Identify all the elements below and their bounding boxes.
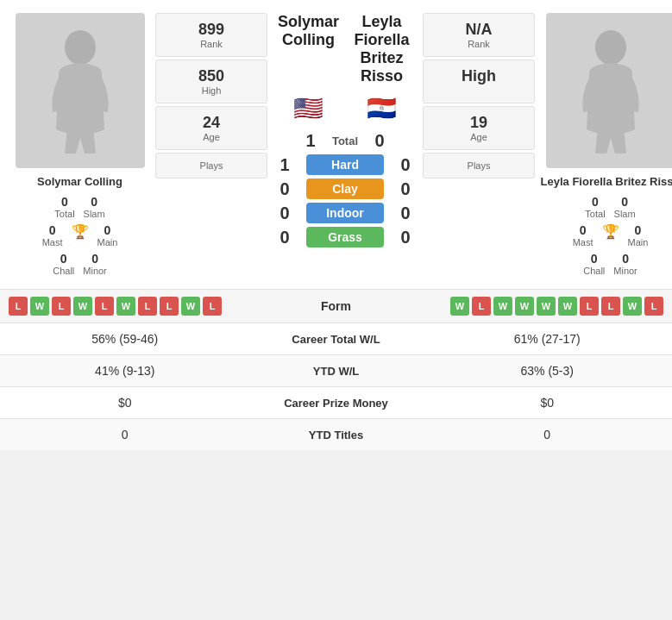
left-flag: 🇺🇸 bbox=[272, 94, 345, 122]
right-slam-value: 0 bbox=[614, 195, 636, 209]
right-chall-label: Chall bbox=[583, 266, 605, 276]
left-player-stats-row1: 0 Total 0 Slam bbox=[54, 195, 104, 219]
left-minor-value: 0 bbox=[83, 252, 107, 266]
grass-row: 0 Grass 0 bbox=[272, 227, 418, 247]
prize-money-right: $0 bbox=[431, 396, 664, 410]
clay-right-score: 0 bbox=[393, 179, 418, 199]
left-plays-label: Plays bbox=[163, 160, 260, 171]
left-main-value: 0 bbox=[97, 223, 118, 237]
form-right: WLWWWWLLWL bbox=[393, 297, 664, 316]
right-age-value: 19 bbox=[430, 114, 527, 132]
match-top: Solymar Colling 0 Total 0 Slam 0 Mast 🏆 bbox=[0, 0, 672, 289]
form-badge-left: L bbox=[138, 297, 157, 316]
right-minor-value: 0 bbox=[613, 252, 637, 266]
career-total-left: 56% (59-46) bbox=[9, 332, 242, 346]
hard-badge: Hard bbox=[306, 154, 384, 175]
right-rank-box: N/A Rank bbox=[423, 13, 535, 57]
form-badge-left: L bbox=[160, 297, 179, 316]
right-mast-stat: 0 Mast bbox=[573, 223, 593, 247]
left-age-label: Age bbox=[163, 132, 260, 142]
left-center-stats: 899 Rank 850 High 24 Age Plays bbox=[155, 13, 267, 276]
right-age-box: 19 Age bbox=[423, 106, 535, 150]
left-slam-value: 0 bbox=[84, 195, 105, 209]
right-player-name: Leyla Fiorella Britez Risso bbox=[541, 175, 672, 188]
right-mast-label: Mast bbox=[573, 237, 593, 247]
stats-row-career-total: 56% (59-46)Career Total W/L61% (27-17) bbox=[0, 323, 672, 354]
left-high-label: High bbox=[163, 85, 260, 96]
form-badge-right: W bbox=[515, 297, 534, 316]
form-badge-right: L bbox=[472, 297, 491, 316]
clay-row: 0 Clay 0 bbox=[272, 178, 418, 199]
right-center-stats: N/A Rank High 19 Age Plays bbox=[423, 13, 535, 276]
right-slam-label: Slam bbox=[614, 209, 636, 219]
main-container: Solymar Colling 0 Total 0 Slam 0 Mast 🏆 bbox=[0, 0, 672, 450]
right-main-stat: 0 Main bbox=[628, 223, 649, 247]
form-badge-right: W bbox=[493, 297, 512, 316]
left-mast-label: Mast bbox=[42, 237, 63, 247]
scores-surfaces: 1 Total 0 1 Hard 0 0 Clay 0 0 Indoor bbox=[272, 131, 418, 247]
left-mast-value: 0 bbox=[42, 223, 63, 237]
left-minor-label: Minor bbox=[83, 266, 107, 276]
total-score-row: 1 Total 0 bbox=[272, 131, 418, 151]
right-main-value: 0 bbox=[628, 223, 649, 237]
form-badge-left: W bbox=[181, 297, 200, 316]
right-rank-value: N/A bbox=[430, 21, 527, 39]
left-main-stat: 0 Main bbox=[97, 223, 118, 247]
right-total-label: Total bbox=[585, 209, 605, 219]
hard-left-score: 1 bbox=[272, 155, 298, 175]
form-badge-left: W bbox=[116, 297, 135, 316]
ytd-titles-right: 0 bbox=[431, 428, 664, 442]
right-high-value: High bbox=[430, 67, 527, 85]
stats-row-ytd-titles: 0YTD Titles0 bbox=[0, 418, 672, 450]
right-player-stats-row2: 0 Mast 🏆 0 Main bbox=[573, 223, 649, 247]
right-trophy-icon: 🏆 bbox=[602, 224, 619, 239]
right-rank-label: Rank bbox=[430, 39, 527, 49]
left-total-score: 1 bbox=[298, 131, 323, 151]
svg-point-0 bbox=[65, 30, 96, 65]
left-flag-emoji: 🇺🇸 bbox=[293, 95, 323, 122]
left-slam-label: Slam bbox=[84, 209, 105, 219]
left-chall-stat: 0 Chall bbox=[53, 252, 74, 276]
form-badge-right: W bbox=[558, 297, 577, 316]
ytd-titles-label: YTD Titles bbox=[242, 429, 431, 442]
career-stats-section: 56% (59-46)Career Total W/L61% (27-17)41… bbox=[0, 323, 672, 450]
grass-right-score: 0 bbox=[393, 228, 418, 247]
grass-badge: Grass bbox=[306, 227, 384, 247]
ytd-wl-left: 41% (9-13) bbox=[9, 364, 242, 378]
right-total-score: 0 bbox=[367, 131, 393, 151]
left-high-box: 850 High bbox=[155, 59, 267, 103]
right-name-line1: Leyla FiorellaBritez Risso bbox=[345, 13, 418, 85]
left-plays-box: Plays bbox=[155, 153, 267, 178]
form-section: LWLWLWLLWL Form WLWWWWLLWL bbox=[0, 289, 672, 323]
form-badge-right: L bbox=[580, 297, 599, 316]
stats-row-ytd-wl: 41% (9-13)YTD W/L63% (5-3) bbox=[0, 354, 672, 386]
right-plays-label: Plays bbox=[430, 160, 527, 171]
right-player-photo bbox=[546, 13, 673, 168]
right-minor-label: Minor bbox=[613, 266, 637, 276]
right-flag: 🇵🇾 bbox=[345, 94, 418, 122]
form-badge-right: W bbox=[537, 297, 556, 316]
left-age-value: 24 bbox=[163, 114, 260, 132]
form-badge-left: W bbox=[30, 297, 49, 316]
right-high-label bbox=[430, 85, 527, 96]
flags-row: 🇺🇸 🇵🇾 bbox=[272, 94, 418, 122]
right-mast-value: 0 bbox=[573, 223, 593, 237]
left-player-header-name: SolymarColling bbox=[272, 13, 345, 49]
form-badge-right: W bbox=[623, 297, 642, 316]
stats-row-prize-money: $0Career Prize Money$0 bbox=[0, 386, 672, 418]
form-badge-right: W bbox=[450, 297, 469, 316]
right-player-silhouette bbox=[576, 26, 645, 155]
right-age-label: Age bbox=[430, 132, 527, 142]
right-slam-stat: 0 Slam bbox=[614, 195, 636, 219]
career-total-right: 61% (27-17) bbox=[431, 332, 664, 346]
ytd-wl-right: 63% (5-3) bbox=[431, 364, 664, 378]
left-main-label: Main bbox=[97, 237, 118, 247]
career-total-label: Career Total W/L bbox=[242, 333, 431, 346]
left-slam-stat: 0 Slam bbox=[84, 195, 105, 219]
left-chall-value: 0 bbox=[53, 252, 74, 266]
indoor-badge: Indoor bbox=[306, 203, 384, 223]
left-rank-box: 899 Rank bbox=[155, 13, 267, 57]
form-badge-left: L bbox=[52, 297, 71, 316]
hard-row: 1 Hard 0 bbox=[272, 154, 418, 175]
clay-badge: Clay bbox=[306, 178, 384, 199]
